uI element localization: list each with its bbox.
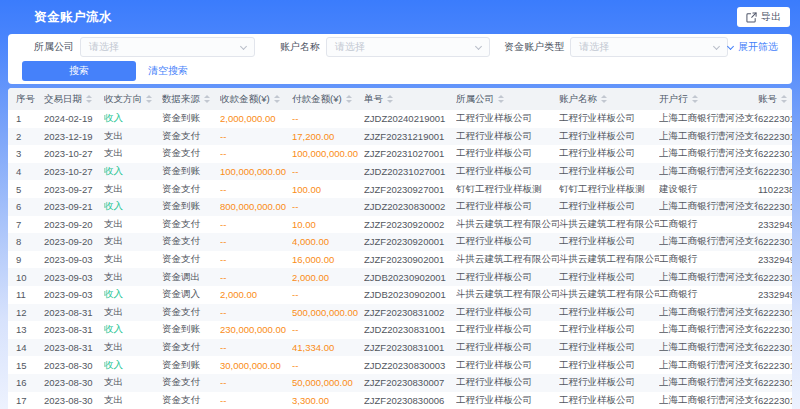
top-bar: 资金账户流水 导出 — [0, 0, 800, 34]
account-type-select-placeholder: 请选择 — [579, 40, 609, 54]
sort-icon[interactable] — [781, 95, 787, 103]
cell-source: 资金到账 — [162, 198, 220, 216]
cell-company: 斗拱云建筑工程有限公司 — [456, 251, 559, 269]
column-header[interactable]: 交易日期 — [44, 88, 104, 110]
cell-source: 资金到账 — [162, 321, 220, 339]
column-header[interactable]: 收支方向 — [104, 88, 162, 110]
cell-payment: 17,200.00 — [292, 128, 364, 146]
cell-account_no: 622230111 — [758, 374, 792, 392]
cell-income: -- — [220, 145, 292, 163]
chevron-down-icon — [475, 42, 482, 49]
sort-icon[interactable] — [346, 95, 352, 103]
cell-account_no: 622230111 — [758, 198, 792, 216]
cell-source: 资金支付 — [162, 216, 220, 234]
column-header-label: 序号 — [16, 93, 35, 106]
table-header-row: 序号交易日期收支方向数据来源收款金额(¥)付款金额(¥)单号所属公司账户名称开户… — [8, 88, 792, 110]
account-filter-label: 账户名称 — [280, 40, 320, 54]
sort-icon[interactable] — [86, 95, 92, 103]
expand-filter-link[interactable]: 展开筛选 — [728, 40, 778, 54]
sort-icon[interactable] — [274, 95, 280, 103]
cell-bank: 工商银行 — [659, 216, 758, 234]
cell-account_no: 233294991 — [758, 286, 792, 304]
sort-icon[interactable] — [146, 95, 152, 103]
column-header[interactable]: 所属公司 — [456, 88, 559, 110]
cell-order_no: ZJZF20230920002 — [364, 216, 456, 234]
column-header-label: 开户行 — [659, 93, 688, 106]
cell-income: -- — [220, 180, 292, 198]
column-header[interactable]: 数据来源 — [162, 88, 220, 110]
account-select[interactable]: 请选择 — [326, 37, 490, 57]
cell-order_no: ZJDZ20240219001 — [364, 110, 456, 128]
cell-bank: 上海工商银行漕河泾支行 — [659, 198, 758, 216]
cell-index: 8 — [8, 233, 44, 251]
column-header[interactable]: 单号 — [364, 88, 456, 110]
cell-date: 2023-10-27 — [44, 145, 104, 163]
table-row: 172023-08-30支出资金支付--3,300.00ZJZF20230830… — [8, 392, 792, 409]
column-header[interactable]: 付款金额(¥) — [292, 88, 364, 110]
cell-source: 资金支付 — [162, 339, 220, 357]
cell-index: 3 — [8, 145, 44, 163]
filter-row: 所属公司 请选择 账户名称 请选择 资金账户类型 请选择 展开筛选 — [22, 37, 778, 57]
cell-direction: 支出 — [104, 233, 162, 251]
cell-bank: 上海工商银行漕河泾支行 — [659, 392, 758, 409]
cell-date: 2023-08-31 — [44, 321, 104, 339]
column-header[interactable]: 账户名称 — [559, 88, 659, 110]
table-row: 62023-09-21收入资金到账800,000,000.00--ZJDZ202… — [8, 198, 792, 216]
column-header-label: 单号 — [364, 93, 383, 106]
cell-direction: 支出 — [104, 339, 162, 357]
sort-icon[interactable] — [692, 95, 698, 103]
cell-account_name: 工程行业样板公司 — [559, 268, 659, 286]
cell-account_no: 233294991 — [758, 251, 792, 269]
table-row: 82023-09-20支出资金支付--4,000.00ZJZF202309200… — [8, 233, 792, 251]
search-button[interactable]: 搜索 — [22, 61, 136, 81]
cell-income: 2,000,000.00 — [220, 110, 292, 128]
table-row: 122023-08-31支出资金支付--500,000,000.00ZJZF20… — [8, 304, 792, 322]
cell-account_no: 622230111 — [758, 392, 792, 409]
cell-bank: 上海工商银行漕河泾支行 — [659, 321, 758, 339]
sort-icon[interactable] — [387, 95, 393, 103]
column-header[interactable]: 账号 — [758, 88, 792, 110]
cell-income: -- — [220, 392, 292, 409]
column-header-label: 付款金额(¥) — [292, 93, 342, 106]
sort-icon[interactable] — [204, 95, 210, 103]
cell-account_name: 工程行业样板公司 — [559, 198, 659, 216]
export-button[interactable]: 导出 — [737, 7, 790, 27]
cell-account_no: 622230111 — [758, 145, 792, 163]
cell-source: 资金支付 — [162, 304, 220, 322]
cell-payment: 10.00 — [292, 216, 364, 234]
sort-icon[interactable] — [601, 95, 607, 103]
cell-index: 13 — [8, 321, 44, 339]
cell-payment: 16,000.00 — [292, 251, 364, 269]
cell-income: -- — [220, 304, 292, 322]
column-header-label: 交易日期 — [44, 93, 82, 106]
cell-account_name: 斗拱云建筑工程有限公司 — [559, 251, 659, 269]
chevron-down-icon — [240, 42, 247, 49]
clear-search-button[interactable]: 清空搜索 — [148, 64, 188, 78]
cell-index: 9 — [8, 251, 44, 269]
cell-index: 16 — [8, 374, 44, 392]
company-select[interactable]: 请选择 — [80, 37, 255, 57]
cell-payment: 3,300.00 — [292, 392, 364, 409]
chevron-down-icon — [713, 42, 720, 49]
column-header: 序号 — [8, 88, 44, 110]
cell-bank: 工商银行 — [659, 251, 758, 269]
account-select-placeholder: 请选择 — [335, 40, 365, 54]
cell-company: 工程行业样板公司 — [456, 268, 559, 286]
cell-date: 2023-09-03 — [44, 286, 104, 304]
cell-payment: 4,000.00 — [292, 233, 364, 251]
export-icon — [746, 12, 757, 23]
sort-icon[interactable] — [498, 95, 504, 103]
column-header[interactable]: 开户行 — [659, 88, 758, 110]
cell-date: 2023-09-20 — [44, 216, 104, 234]
cell-date: 2023-10-27 — [44, 163, 104, 181]
cell-company: 工程行业样板公司 — [456, 163, 559, 181]
cell-account_name: 工程行业样板公司 — [559, 339, 659, 357]
export-label: 导出 — [761, 10, 781, 24]
account-type-select[interactable]: 请选择 — [570, 37, 728, 57]
column-header[interactable]: 收款金额(¥) — [220, 88, 292, 110]
cell-account_name: 工程行业样板公司 — [559, 374, 659, 392]
cell-date: 2023-08-31 — [44, 304, 104, 322]
cell-account_name: 斗拱云建筑工程有限公司 — [559, 286, 659, 304]
column-header-label: 账户名称 — [559, 93, 597, 106]
company-filter-label: 所属公司 — [34, 40, 74, 54]
